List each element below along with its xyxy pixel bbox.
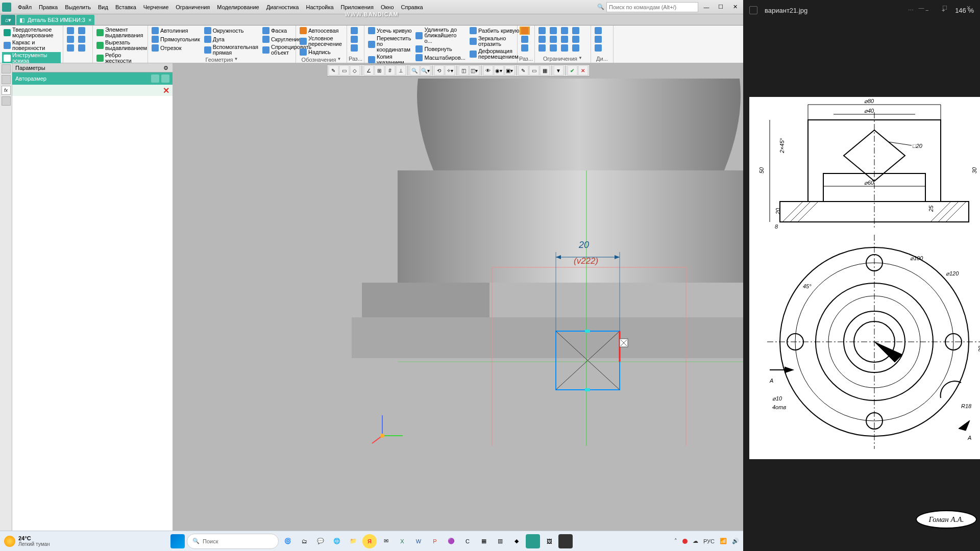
task-powerpoint[interactable]: P — [428, 534, 442, 548]
rectangle-button[interactable]: Прямоугольник — [150, 35, 202, 43]
di3[interactable] — [593, 44, 603, 52]
segment-button[interactable]: Отрезок — [150, 44, 202, 52]
menu-diag[interactable]: Диагностика — [263, 2, 303, 12]
cn7[interactable] — [559, 27, 570, 35]
task-yandex[interactable]: Я — [362, 534, 377, 548]
viewer-maximize-button[interactable]: ☐ — [933, 0, 957, 15]
panel-list-icon[interactable] — [161, 74, 169, 83]
reject-sketch-button[interactable]: ✕ — [578, 65, 588, 76]
ctb-20[interactable]: ▼ — [553, 65, 564, 76]
qa-btn-1[interactable] — [65, 27, 76, 35]
task-bandicam[interactable] — [558, 534, 573, 548]
menu-setup[interactable]: Настройка — [302, 2, 337, 12]
di1[interactable] — [593, 27, 603, 35]
recording-icon[interactable] — [682, 539, 688, 544]
ctb-4[interactable]: ∠ — [363, 65, 374, 76]
task-app2[interactable]: ▦ — [477, 534, 491, 548]
menu-constraints[interactable]: Ограничения — [172, 2, 213, 12]
cn4[interactable] — [548, 27, 558, 35]
leftstrip-btn-3[interactable] — [2, 96, 11, 106]
ctb-16[interactable]: ▣▾ — [504, 65, 514, 76]
panel-help-icon[interactable] — [151, 74, 159, 83]
cn9[interactable] — [559, 44, 570, 52]
qa-btn-3[interactable] — [65, 44, 76, 52]
task-app4[interactable]: ◆ — [509, 534, 524, 548]
menu-modeling[interactable]: Моделирование — [213, 2, 262, 12]
qa-btn-5[interactable] — [77, 35, 87, 43]
split-button[interactable]: Разбить кривую — [468, 27, 521, 35]
scale-button[interactable]: Масштабиров... — [414, 54, 467, 62]
ctb-3[interactable]: ◇ — [350, 65, 360, 76]
weather-widget[interactable]: 24°C Легкий туман — [4, 535, 50, 547]
cn2[interactable] — [537, 35, 547, 43]
ctb-14[interactable]: 👁 — [483, 65, 493, 76]
cn12[interactable] — [571, 44, 581, 52]
task-app1[interactable]: C — [460, 534, 475, 548]
misc-btn-hl[interactable] — [520, 27, 530, 35]
ctb-13[interactable]: ◫▾ — [469, 65, 479, 76]
task-explorer[interactable]: 🗂 — [297, 534, 311, 548]
dim-btn3[interactable] — [349, 44, 359, 52]
menu-file[interactable]: Файл — [14, 2, 35, 12]
ctb-12[interactable]: ◫ — [458, 65, 469, 76]
minimize-button[interactable]: — — [700, 2, 713, 12]
ctb-10[interactable]: ⟲ — [434, 65, 444, 76]
ctb-17[interactable]: ✎ — [518, 65, 528, 76]
tray-chevron-icon[interactable]: ˄ — [674, 538, 677, 544]
cn10[interactable] — [571, 27, 581, 35]
trim-button[interactable]: Усечь кривую — [366, 27, 413, 35]
panel-gear-icon[interactable]: ⚙ — [163, 65, 169, 71]
task-kompas[interactable] — [526, 534, 540, 548]
arc-button[interactable]: Дуга — [203, 35, 260, 43]
auxline-button[interactable]: Вспомогательная прямая — [203, 44, 260, 56]
ctb-7[interactable]: ⊥ — [396, 65, 406, 76]
condcross-button[interactable]: Условное пересечение — [298, 35, 345, 47]
text-button[interactable]: Надпись — [298, 48, 345, 56]
ctb-6[interactable]: # — [385, 65, 395, 76]
rotate-button[interactable]: Повернуть — [414, 45, 467, 53]
cn1[interactable] — [537, 27, 547, 35]
misc-btn-a2[interactable] — [520, 35, 530, 43]
cut-extrude-button[interactable]: Вырезать выдавливанием — [95, 39, 145, 52]
mirror-button[interactable]: Зеркально отразить — [468, 35, 521, 47]
close-tab-icon[interactable]: × — [88, 17, 91, 23]
cn8[interactable] — [559, 35, 570, 43]
ctb-19[interactable]: ▦ — [540, 65, 550, 76]
task-photos[interactable]: 🖼 — [542, 534, 556, 548]
di2[interactable] — [593, 35, 603, 43]
canvas-3d-view[interactable] — [352, 79, 743, 446]
task-alice[interactable]: 🟣 — [444, 534, 458, 548]
menu-help[interactable]: Справка — [398, 2, 427, 12]
task-copilot[interactable]: 🌀 — [281, 534, 295, 548]
menu-insert[interactable]: Вставка — [112, 2, 140, 12]
task-files[interactable]: 📁 — [346, 534, 360, 548]
ctb-5[interactable]: ⊞ — [374, 65, 384, 76]
circle-button[interactable]: Окружность — [203, 27, 260, 35]
ctb-15[interactable]: ◉▾ — [494, 65, 504, 76]
extrude-button[interactable]: Элемент выдавливания — [95, 27, 145, 39]
ctb-8[interactable]: 🔍 — [409, 65, 420, 76]
task-app3[interactable]: ▥ — [493, 534, 507, 548]
menu-select[interactable]: Выделить — [61, 2, 94, 12]
cn6[interactable] — [548, 44, 558, 52]
leftstrip-fx-button[interactable]: fx — [2, 86, 11, 95]
ctb-11[interactable]: ✧▾ — [445, 65, 455, 76]
cn11[interactable] — [571, 35, 581, 43]
task-word[interactable]: W — [411, 534, 426, 548]
menu-view[interactable]: Вид — [94, 2, 112, 12]
ctb-1[interactable]: ✎ — [328, 65, 338, 76]
task-edge[interactable]: 🌐 — [330, 534, 344, 548]
tray-lang[interactable]: РУС — [703, 538, 715, 544]
menu-edit[interactable]: Правка — [35, 2, 61, 12]
command-search-input[interactable] — [606, 2, 698, 12]
task-chat[interactable]: 💬 — [313, 534, 328, 548]
ctb-9[interactable]: 🔍▾ — [420, 65, 430, 76]
menu-draft[interactable]: Черчение — [140, 2, 173, 12]
dim-btn2[interactable] — [349, 35, 359, 43]
sketch-tools-button[interactable]: Инструменты эскиза — [2, 52, 61, 64]
maximize-button[interactable]: ☐ — [715, 2, 727, 12]
panel-close-icon[interactable]: ✕ — [163, 86, 169, 95]
tray-volume-icon[interactable]: 🔊 — [732, 538, 739, 544]
close-button[interactable]: ✕ — [729, 2, 741, 12]
qa-btn-4[interactable] — [77, 27, 87, 35]
